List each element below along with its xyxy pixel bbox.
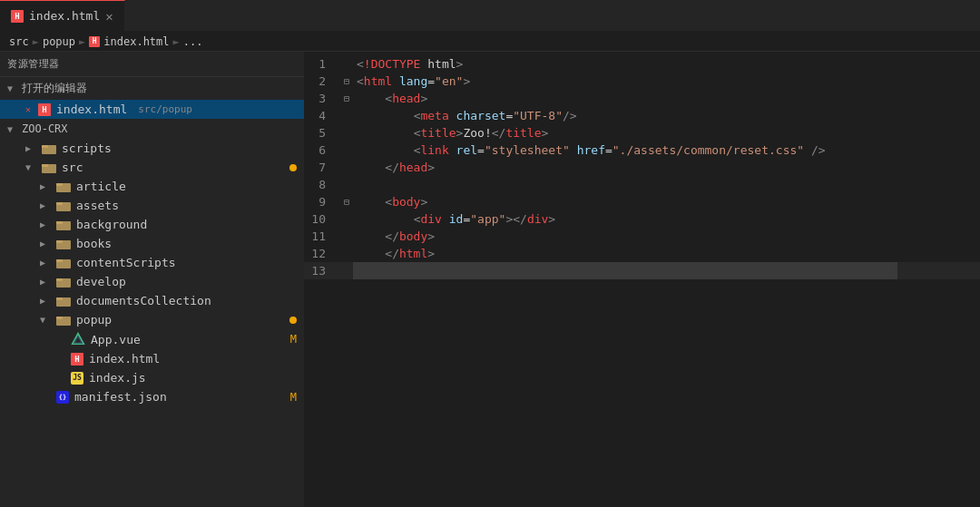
contentscripts-folder-icon	[56, 257, 71, 269]
tree-background[interactable]: background	[0, 215, 304, 234]
article-label: article	[76, 180, 126, 193]
scripts-label: scripts	[62, 141, 112, 155]
breadcrumb-src[interactable]: src	[9, 35, 29, 48]
open-file-item[interactable]: ✕ H index.html src/popup	[0, 100, 304, 119]
tree-develop[interactable]: develop	[0, 272, 304, 291]
fold-2[interactable]	[340, 76, 353, 86]
books-arrow	[40, 239, 51, 249]
svg-rect-3	[42, 164, 48, 167]
code-line-2: 2 <html lang="en">	[304, 73, 980, 90]
documentscollection-folder-icon	[56, 295, 71, 307]
manifest-badge: M	[290, 391, 297, 404]
code-line-7: 7 </head>	[304, 159, 980, 176]
tree-index-html[interactable]: H index.html	[0, 349, 304, 368]
open-file-close-icon[interactable]: ✕	[25, 104, 31, 114]
code-9: <body>	[353, 195, 427, 209]
json-file-icon: {}	[56, 391, 69, 404]
code-line-4: 4 <meta charset="UTF-8"/>	[304, 107, 980, 124]
line-num-8: 8	[304, 178, 340, 191]
code-7: </head>	[353, 161, 435, 174]
tree-app-vue[interactable]: App.vue M	[0, 329, 304, 349]
app-vue-badge: M	[290, 333, 297, 346]
breadcrumb: src ► popup ► H index.html ► ...	[0, 32, 980, 52]
breadcrumb-sep-1: ►	[33, 35, 39, 48]
code-10: <div id="app"></div>	[353, 212, 555, 226]
code-11: </body>	[353, 229, 435, 243]
tree-manifest-json[interactable]: {} manifest.json M	[0, 387, 304, 406]
line-num-5: 5	[304, 126, 340, 140]
vue-file-icon	[71, 332, 85, 346]
line-num-1: 1	[304, 57, 340, 71]
tree-article[interactable]: article	[0, 177, 304, 196]
tree-scripts[interactable]: scripts	[0, 139, 304, 158]
line-num-13: 13	[304, 264, 340, 278]
fold-3[interactable]	[340, 93, 353, 103]
code-line-10: 10 <div id="app"></div>	[304, 210, 980, 228]
tab-title: index.html	[29, 9, 100, 23]
manifest-label: manifest.json	[74, 390, 167, 404]
tree-assets[interactable]: assets	[0, 196, 304, 215]
line-num-12: 12	[304, 247, 340, 260]
popup-label: popup	[76, 313, 112, 327]
code-content[interactable]: 1 <!DOCTYPE html> 2 <html lang="en"> 3 <…	[304, 52, 980, 507]
line-num-10: 10	[304, 212, 340, 226]
popup-folder-icon	[56, 314, 71, 327]
tree-index-js[interactable]: JS index.js	[0, 368, 304, 387]
breadcrumb-popup[interactable]: popup	[43, 35, 75, 48]
tab-index-html[interactable]: H index.html ✕	[0, 0, 125, 31]
sidebar-title: 资源管理器	[0, 52, 304, 77]
code-line-11: 11 </body>	[304, 228, 980, 245]
svg-rect-13	[56, 259, 63, 262]
svg-rect-9	[56, 221, 63, 224]
src-badge	[289, 164, 297, 171]
assets-arrow	[40, 200, 51, 210]
assets-label: assets	[76, 199, 119, 212]
editor-area: 1 <!DOCTYPE html> 2 <html lang="en"> 3 <…	[304, 52, 980, 507]
breadcrumb-sep-2: ►	[79, 35, 85, 48]
breadcrumb-sep-3: ►	[173, 35, 180, 48]
tree-books[interactable]: books	[0, 234, 304, 253]
html-file-icon: H	[11, 10, 24, 23]
svg-rect-15	[56, 278, 63, 281]
tree-src[interactable]: src	[0, 158, 304, 177]
popup-arrow	[40, 315, 51, 325]
article-arrow	[40, 181, 51, 191]
scripts-folder-icon	[42, 142, 56, 155]
tab-bar: H index.html ✕	[0, 0, 980, 32]
develop-arrow	[40, 277, 51, 287]
fold-9[interactable]	[340, 197, 353, 207]
breadcrumb-filename[interactable]: index.html	[103, 35, 169, 48]
code-line-3: 3 <head>	[304, 90, 980, 107]
code-4: <meta charset="UTF-8"/>	[353, 109, 577, 122]
open-file-name: index.html	[56, 102, 127, 116]
breadcrumb-more[interactable]: ...	[183, 35, 203, 48]
src-label: src	[62, 161, 83, 174]
scripts-arrow	[25, 143, 36, 153]
index-html-label: index.html	[89, 352, 160, 366]
svg-rect-1	[42, 145, 48, 148]
article-folder-icon	[56, 180, 71, 193]
tab-close-button[interactable]: ✕	[105, 10, 113, 23]
code-line-13: 13	[304, 262, 980, 279]
project-header[interactable]: ZOO-CRX	[0, 119, 304, 139]
books-folder-icon	[56, 238, 71, 250]
contentscripts-label: contentScripts	[76, 256, 176, 269]
main-area: 资源管理器 打开的编辑器 ✕ H index.html src/popup ZO…	[0, 52, 980, 507]
code-3: <head>	[353, 92, 427, 105]
svg-rect-5	[56, 183, 63, 186]
line-num-9: 9	[304, 195, 340, 209]
line-num-6: 6	[304, 143, 340, 157]
src-arrow	[25, 162, 36, 172]
line-num-3: 3	[304, 92, 340, 105]
open-file-path: src/popup	[138, 103, 192, 115]
src-folder-icon	[42, 161, 56, 174]
tree-popup[interactable]: popup	[0, 310, 304, 329]
contentscripts-arrow	[40, 258, 51, 268]
tree-contentscripts[interactable]: contentScripts	[0, 253, 304, 272]
code-13	[353, 262, 897, 279]
code-1: <!DOCTYPE html>	[353, 57, 463, 71]
tree-documentscollection[interactable]: documentsCollection	[0, 291, 304, 310]
code-line-8: 8	[304, 176, 980, 193]
open-editors-header[interactable]: 打开的编辑器	[0, 77, 304, 100]
code-line-1: 1 <!DOCTYPE html>	[304, 55, 980, 73]
